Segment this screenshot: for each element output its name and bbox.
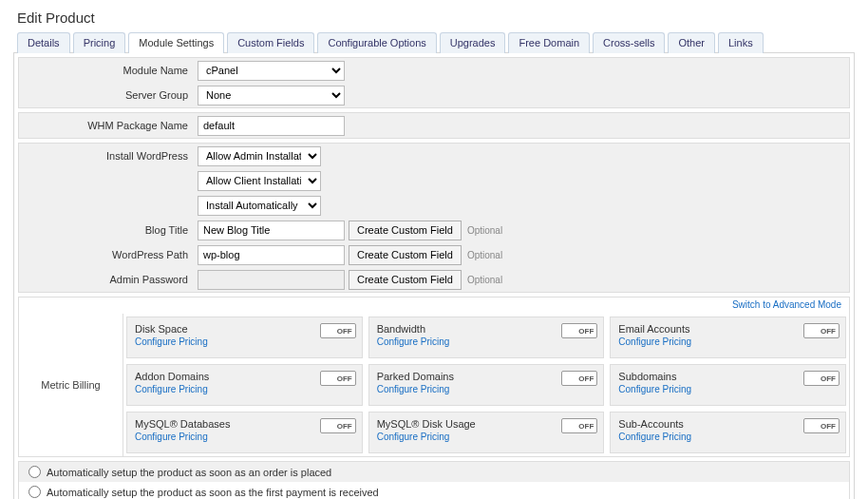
tab-links[interactable]: Links xyxy=(718,32,764,53)
metric-billing-header: Metric Billing xyxy=(19,314,123,456)
auto-setup-box: Automatically setup the product as soon … xyxy=(18,461,850,499)
tab-other[interactable]: Other xyxy=(668,32,715,53)
metric-card: BandwidthConfigure PricingOFF xyxy=(368,317,605,358)
metric-card: SubdomainsConfigure PricingOFF xyxy=(610,364,846,406)
auto-setup-label: Automatically setup the product as soon … xyxy=(47,487,379,498)
advanced-mode-link[interactable]: Switch to Advanced Mode xyxy=(732,299,841,310)
blog-title-label: Blog Title xyxy=(19,224,198,236)
install-wp-label: Install WordPress xyxy=(19,150,198,162)
install-wp-select-2[interactable]: Allow Client Installation xyxy=(198,171,321,191)
whm-package-label: WHM Package Name xyxy=(19,120,198,131)
module-name-select[interactable]: cPanel xyxy=(198,61,345,81)
blog-title-input[interactable] xyxy=(198,221,345,240)
blog-title-create-button[interactable]: Create Custom Field xyxy=(349,221,462,240)
page-title: Edit Product xyxy=(17,10,855,26)
metric-card: MySQL® Disk UsageConfigure PricingOFF xyxy=(368,412,605,453)
admin-pw-optional: Optional xyxy=(467,275,502,285)
metric-toggle[interactable]: OFF xyxy=(320,371,356,386)
whm-box: WHM Package Name xyxy=(18,112,850,139)
tab-module-settings[interactable]: Module Settings xyxy=(128,32,224,53)
metric-billing-box: Switch to Advanced Mode Metric Billing D… xyxy=(18,297,850,457)
tab-cross-sells[interactable]: Cross-sells xyxy=(593,32,665,53)
metric-card: Addon DomainsConfigure PricingOFF xyxy=(126,364,363,406)
metric-toggle[interactable]: OFF xyxy=(561,323,597,338)
metric-toggle[interactable]: OFF xyxy=(803,418,840,433)
metric-toggle[interactable]: OFF xyxy=(320,418,356,433)
metric-card: Disk SpaceConfigure PricingOFF xyxy=(126,317,363,358)
tab-bar: DetailsPricingModule SettingsCustom Fiel… xyxy=(13,31,855,52)
blog-title-optional: Optional xyxy=(467,225,502,236)
tab-custom-fields[interactable]: Custom Fields xyxy=(227,32,314,53)
metric-card: Sub-AccountsConfigure PricingOFF xyxy=(610,412,846,453)
module-box: Module Name cPanel Server Group None xyxy=(18,57,850,108)
tab-free-domain[interactable]: Free Domain xyxy=(508,32,590,53)
wp-path-create-button[interactable]: Create Custom Field xyxy=(349,245,462,265)
install-wp-select-1[interactable]: Allow Admin Installation xyxy=(198,146,321,166)
wp-path-optional: Optional xyxy=(467,250,502,260)
metric-card: MySQL® DatabasesConfigure PricingOFF xyxy=(126,412,363,453)
admin-pw-create-button[interactable]: Create Custom Field xyxy=(349,270,462,290)
wp-path-label: WordPress Path xyxy=(19,249,198,260)
metric-toggle[interactable]: OFF xyxy=(320,323,356,338)
metric-toggle[interactable]: OFF xyxy=(803,323,840,338)
module-settings-panel: Module Name cPanel Server Group None WHM… xyxy=(13,52,855,499)
auto-setup-option[interactable]: Automatically setup the product as soon … xyxy=(19,462,849,482)
auto-setup-label: Automatically setup the product as soon … xyxy=(47,467,331,478)
tab-configurable-options[interactable]: Configurable Options xyxy=(317,32,436,53)
whm-package-input[interactable] xyxy=(198,116,345,136)
admin-pw-input[interactable] xyxy=(198,270,345,290)
tab-upgrades[interactable]: Upgrades xyxy=(440,32,506,53)
server-group-select[interactable]: None xyxy=(198,86,345,106)
tab-details[interactable]: Details xyxy=(17,32,70,53)
server-group-label: Server Group xyxy=(19,89,198,101)
metric-toggle[interactable]: OFF xyxy=(803,371,840,386)
metric-toggle[interactable]: OFF xyxy=(561,418,597,433)
metric-card: Parked DomainsConfigure PricingOFF xyxy=(368,364,605,406)
install-wp-select-3[interactable]: Install Automatically xyxy=(198,196,321,216)
auto-setup-radio[interactable] xyxy=(28,486,41,498)
auto-setup-option[interactable]: Automatically setup the product as soon … xyxy=(19,482,849,499)
module-name-label: Module Name xyxy=(19,65,198,76)
metric-toggle[interactable]: OFF xyxy=(561,371,597,386)
wp-path-input[interactable] xyxy=(198,245,345,265)
wordpress-box: Install WordPress Allow Admin Installati… xyxy=(18,143,850,293)
auto-setup-radio[interactable] xyxy=(28,466,41,478)
metric-card: Email AccountsConfigure PricingOFF xyxy=(610,317,846,358)
admin-pw-label: Admin Password xyxy=(19,274,198,285)
tab-pricing[interactable]: Pricing xyxy=(73,32,126,53)
